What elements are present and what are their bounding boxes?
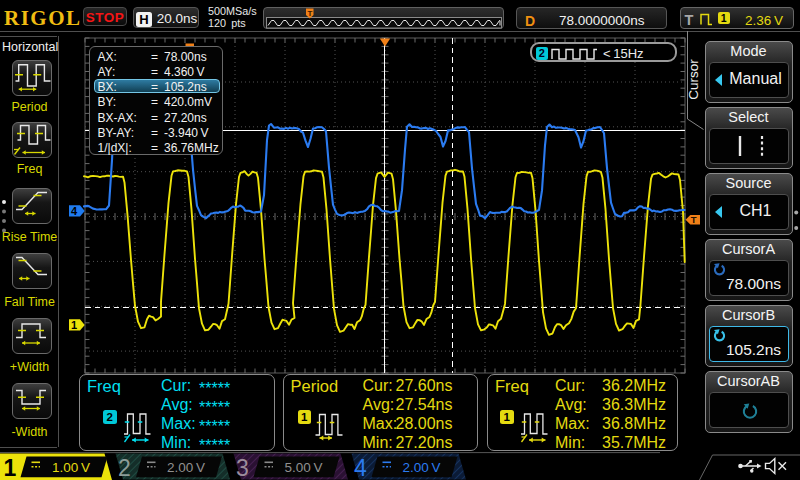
svg-text:1: 1 bbox=[4, 455, 17, 480]
svg-text:1: 1 bbox=[71, 319, 77, 331]
svg-text:4: 4 bbox=[354, 455, 367, 480]
svg-text:3: 3 bbox=[236, 455, 249, 480]
svg-text:4: 4 bbox=[71, 205, 78, 217]
svg-text:2.00 V: 2.00 V bbox=[167, 460, 205, 475]
svg-text:1.00 V: 1.00 V bbox=[52, 460, 90, 475]
svg-text:2.00 V: 2.00 V bbox=[403, 460, 441, 475]
svg-text:5.00 V: 5.00 V bbox=[285, 460, 323, 475]
svg-text:2: 2 bbox=[118, 455, 131, 480]
svg-text:T: T bbox=[691, 214, 697, 225]
